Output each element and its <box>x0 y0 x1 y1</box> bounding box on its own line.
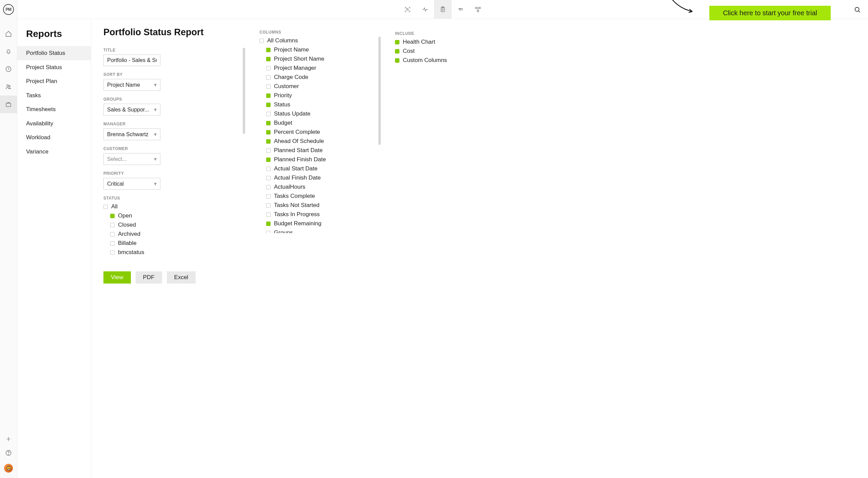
nav-recent[interactable] <box>0 60 17 78</box>
columns-scrollbar[interactable] <box>378 37 381 233</box>
checkbox-label: Status Update <box>274 110 311 117</box>
checkbox-icon <box>110 232 115 236</box>
checkbox-icon <box>266 148 271 153</box>
excel-button[interactable]: Excel <box>167 271 196 284</box>
svg-point-2 <box>9 86 11 87</box>
manager-label: MANAGER <box>103 122 239 126</box>
checkbox-option[interactable]: Health Chart <box>395 38 490 46</box>
customer-select[interactable]: Select... ▾ <box>103 153 160 165</box>
svg-point-6 <box>406 8 408 10</box>
checkbox-label: Priority <box>274 92 292 99</box>
checkbox-icon <box>266 57 271 61</box>
checkbox-label: Project Short Name <box>274 56 324 62</box>
nav-add-icon[interactable] <box>5 436 12 443</box>
checkbox-option[interactable]: Ahead Of Schedule <box>259 137 375 145</box>
columns-label: COLUMNS <box>259 30 375 35</box>
chevron-down-icon: ▾ <box>154 181 157 187</box>
checkbox-option[interactable]: Actual Finish Date <box>259 174 375 182</box>
svg-point-5 <box>8 454 9 455</box>
checkbox-label: bmcstatus <box>118 249 144 256</box>
checkbox-label: Budget Remaining <box>274 220 321 227</box>
checkbox-icon <box>266 167 271 171</box>
sidebar-item[interactable]: Workload <box>17 130 91 145</box>
sidebar-item[interactable]: Tasks <box>17 88 91 103</box>
checkbox-label: Budget <box>274 120 292 126</box>
checkbox-option[interactable]: Percent Complete <box>259 128 375 136</box>
toolbar-scan-icon[interactable] <box>399 0 416 19</box>
sidebar-item[interactable]: Timesheets <box>17 102 91 117</box>
search-icon[interactable] <box>854 6 861 15</box>
checkbox-label: Percent Complete <box>274 129 320 136</box>
checkbox-option[interactable]: Custom Columns <box>395 56 490 64</box>
groups-select[interactable]: Sales & Suppor... ▾ <box>103 104 160 116</box>
checkbox-option[interactable]: All Columns <box>259 37 375 45</box>
checkbox-option[interactable]: Charge Code <box>259 73 375 81</box>
checkbox-option[interactable]: Groups <box>259 229 375 233</box>
checkbox-option[interactable]: All <box>103 203 239 211</box>
nav-people[interactable] <box>0 78 17 96</box>
checkbox-option[interactable]: Tasks Complete <box>259 192 375 200</box>
priority-select[interactable]: Critical ▾ <box>103 178 160 190</box>
checkbox-option[interactable]: Planned Start Date <box>259 146 375 154</box>
nav-reports[interactable] <box>0 96 17 113</box>
checkbox-option[interactable]: bmcstatus <box>103 248 239 256</box>
checkbox-option[interactable]: Open <box>103 212 239 220</box>
title-input[interactable] <box>103 55 160 66</box>
reports-sidebar: Reports Portfolio StatusProject StatusPr… <box>17 19 91 478</box>
checkbox-label: Tasks In Progress <box>274 211 320 218</box>
app-logo[interactable]: PM <box>3 4 14 15</box>
checkbox-option[interactable]: Project Short Name <box>259 55 375 63</box>
view-button[interactable]: View <box>103 271 131 284</box>
sortby-select[interactable]: Project Name ▾ <box>103 79 160 91</box>
checkbox-option[interactable]: Budget Remaining <box>259 220 375 228</box>
checkbox-icon <box>395 49 399 54</box>
checkbox-option[interactable]: Budget <box>259 119 375 127</box>
sidebar-item[interactable]: Variance <box>17 145 91 159</box>
checkbox-option[interactable]: Tasks In Progress <box>259 210 375 219</box>
checkbox-option[interactable]: Closed <box>103 221 239 229</box>
checkbox-label: Actual Start Date <box>274 165 318 172</box>
checkbox-option[interactable]: Archived <box>103 230 239 238</box>
pdf-button[interactable]: PDF <box>136 271 162 284</box>
checkbox-icon <box>266 130 271 134</box>
nav-help-icon[interactable] <box>5 450 12 458</box>
checkbox-icon <box>266 66 271 70</box>
sidebar-title: Reports <box>17 27 91 46</box>
checkbox-option[interactable]: Planned Finish Date <box>259 155 375 164</box>
toolbar-attachment-icon[interactable] <box>452 0 469 19</box>
toolbar-flow-icon[interactable] <box>469 0 487 19</box>
sidebar-item[interactable]: Project Status <box>17 60 91 75</box>
checkbox-option[interactable]: Status <box>259 101 375 109</box>
chevron-down-icon: ▾ <box>154 131 157 138</box>
checkbox-option[interactable]: Status Update <box>259 110 375 118</box>
user-avatar[interactable]: 🦁 <box>4 464 13 473</box>
toolbar-clipboard-icon[interactable] <box>434 0 452 19</box>
page-title: Portfolio Status Report <box>103 27 239 38</box>
form-scrollbar[interactable] <box>243 48 245 263</box>
manager-select[interactable]: Brenna Schwartz ▾ <box>103 128 160 140</box>
checkbox-option[interactable]: Project Manager <box>259 64 375 72</box>
sidebar-item[interactable]: Availability <box>17 117 91 131</box>
customer-value: Select... <box>107 156 127 162</box>
free-trial-button[interactable]: Click here to start your free trial <box>709 6 831 20</box>
checkbox-option[interactable]: Actual Start Date <box>259 165 375 173</box>
checkbox-option[interactable]: Tasks Not Started <box>259 201 375 209</box>
sidebar-item[interactable]: Portfolio Status <box>17 46 91 60</box>
checkbox-icon <box>259 39 264 43</box>
checkbox-option[interactable]: Project Name <box>259 46 375 54</box>
svg-rect-10 <box>479 7 480 8</box>
toolbar-activity-icon[interactable] <box>416 0 434 19</box>
checkbox-icon <box>266 194 271 199</box>
checkbox-label: Closed <box>118 222 136 228</box>
nav-home[interactable] <box>0 25 17 43</box>
checkbox-option[interactable]: Cost <box>395 47 490 55</box>
nav-notifications[interactable] <box>0 43 17 60</box>
groups-label: GROUPS <box>103 97 239 102</box>
checkbox-option[interactable]: ActualHours <box>259 183 375 191</box>
checkbox-label: Tasks Complete <box>274 193 315 200</box>
checkbox-option[interactable]: Billable <box>103 239 239 247</box>
checkbox-option[interactable]: Priority <box>259 91 375 100</box>
checkbox-option[interactable]: Customer <box>259 82 375 90</box>
title-field-label: TITLE <box>103 48 239 53</box>
sidebar-item[interactable]: Project Plan <box>17 74 91 88</box>
